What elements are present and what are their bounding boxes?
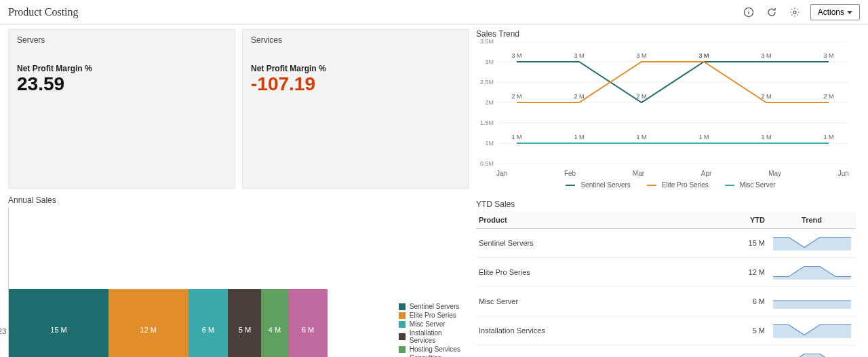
refresh-icon[interactable]	[764, 5, 779, 20]
sales-trend-section: Sales Trend 0.5M1M1.5M2M2.5M3M3.5M 3 M3 …	[476, 29, 860, 189]
actions-button[interactable]: Actions	[810, 4, 860, 20]
legend-item[interactable]: Misc Server	[399, 320, 469, 328]
svg-text:2 M: 2 M	[636, 93, 646, 100]
bar-segment[interactable]: 6 M	[189, 289, 229, 357]
svg-point-2	[748, 10, 749, 10]
svg-point-3	[793, 11, 796, 14]
svg-text:2 M: 2 M	[823, 93, 833, 100]
svg-text:3 M: 3 M	[761, 52, 771, 59]
table-row[interactable]: Installation Services5 M	[476, 316, 856, 345]
x-tick: May	[768, 170, 781, 177]
kpi-metric-label: Net Profit Margin %	[17, 64, 226, 73]
sales-trend-chart[interactable]: 0.5M1M1.5M2M2.5M3M3.5M 3 M3 M2 M3 M3 M3 …	[476, 41, 856, 177]
col-ytd[interactable]: YTD	[720, 212, 768, 229]
y-tick: 3M	[485, 58, 494, 65]
gear-icon[interactable]	[787, 5, 802, 20]
cell-trend	[768, 287, 856, 316]
sparkline	[773, 263, 851, 280]
bar-segment[interactable]: 15 M	[9, 289, 108, 357]
x-tick: Feb	[564, 170, 576, 177]
trend-legend: Sentinel ServersElite Pro SeriesMisc Ser…	[476, 181, 860, 189]
y-tick: 1M	[485, 140, 494, 147]
legend-item[interactable]: Consulting Services	[399, 354, 469, 357]
y-axis-category: FY23	[0, 327, 6, 335]
cell-product: Misc Server	[476, 287, 720, 316]
col-product[interactable]: Product	[476, 212, 720, 229]
svg-text:1 M: 1 M	[761, 134, 771, 140]
kpi-row: Servers Net Profit Margin % 23.59 Servic…	[8, 29, 469, 189]
bar-segment[interactable]: 5 M	[228, 289, 261, 357]
section-title: YTD Sales	[476, 200, 860, 209]
legend-item[interactable]: Elite Pro Series	[642, 181, 709, 189]
bar-segment[interactable]: 6 M	[288, 289, 328, 357]
cell-product: Sentinel Servers	[476, 229, 720, 258]
sparkline	[773, 351, 851, 357]
cell-trend	[768, 316, 856, 345]
legend-item[interactable]: Installation Services	[399, 329, 469, 344]
page-header: Product Costing Actions	[0, 0, 868, 25]
section-title: Sales Trend	[476, 29, 860, 39]
bar-segment[interactable]: 4 M	[261, 289, 288, 357]
cell-trend	[768, 345, 856, 358]
table-row[interactable]: Elite Pro Series12 M	[476, 258, 856, 287]
kpi-card-services[interactable]: Services Net Profit Margin % -107.19	[242, 29, 469, 189]
svg-text:1 M: 1 M	[511, 134, 521, 140]
kpi-title: Services	[251, 35, 460, 45]
legend-item[interactable]: Hosting Services	[399, 345, 469, 353]
y-tick: 3.5M	[480, 38, 494, 45]
cell-product: Elite Pro Series	[476, 258, 720, 287]
kpi-metric-value: -107.19	[251, 73, 460, 95]
y-tick: 2M	[485, 99, 494, 106]
x-tick: Mar	[633, 170, 644, 177]
cell-ytd: 5 M	[720, 316, 768, 345]
cell-ytd: 4 M	[720, 345, 768, 358]
table-row[interactable]: Hosting Services4 M	[476, 345, 856, 358]
table-row[interactable]: Misc Server6 M	[476, 287, 856, 316]
svg-text:3 M: 3 M	[636, 52, 646, 59]
trend-y-axis: 0.5M1M1.5M2M2.5M3M3.5M	[476, 41, 496, 164]
svg-text:3 M: 3 M	[574, 52, 584, 59]
section-title: Annual Sales	[8, 195, 469, 205]
chevron-down-icon	[847, 11, 852, 14]
legend-item[interactable]: Misc Server	[719, 181, 776, 189]
table-row[interactable]: Sentinel Servers15 M	[476, 229, 856, 258]
kpi-metric-label: Net Profit Margin %	[251, 64, 460, 73]
svg-text:3 M: 3 M	[511, 52, 521, 59]
sparkline	[773, 322, 851, 338]
annual-sales-section: Annual Sales FY23 15 M12 M6 M5 M4 M6 M 0…	[8, 195, 469, 357]
x-tick: Apr	[701, 170, 712, 177]
legend-item[interactable]: Sentinel Servers	[399, 303, 469, 310]
cell-ytd: 6 M	[720, 287, 768, 316]
page-title: Product Costing	[8, 6, 79, 18]
col-trend[interactable]: Trend	[768, 212, 856, 229]
svg-text:2 M: 2 M	[511, 93, 521, 100]
ytd-table: Product YTD Trend Sentinel Servers15 MEl…	[476, 212, 856, 357]
trend-plot[interactable]: 3 M3 M2 M3 M3 M3 M2 M2 M3 M3 M2 M2 M1 M1…	[496, 41, 849, 164]
svg-text:1 M: 1 M	[823, 134, 833, 140]
ytd-sales-section: YTD Sales Product YTD Trend Sentinel Ser…	[476, 200, 860, 357]
bar-segment[interactable]: 12 M	[108, 289, 189, 357]
kpi-title: Servers	[17, 35, 226, 45]
x-tick: Jan	[496, 170, 507, 177]
y-tick: 0.5M	[480, 160, 494, 167]
annual-sales-legend: Sentinel ServersElite Pro SeriesMisc Ser…	[372, 208, 469, 357]
cell-product: Installation Services	[476, 316, 720, 345]
kpi-card-servers[interactable]: Servers Net Profit Margin % 23.59	[8, 29, 235, 189]
svg-text:1 M: 1 M	[574, 134, 584, 140]
stacked-bar[interactable]: 15 M12 M6 M5 M4 M6 M	[9, 289, 341, 357]
actions-button-label: Actions	[818, 7, 844, 17]
x-tick: Jun	[838, 170, 849, 177]
cell-trend	[768, 258, 856, 287]
annual-sales-chart[interactable]: FY23 15 M12 M6 M5 M4 M6 M 010M20M30M40M5…	[8, 208, 372, 357]
info-icon[interactable]	[741, 5, 756, 20]
y-tick: 1.5M	[480, 119, 494, 126]
kpi-metric-value: 23.59	[17, 73, 226, 95]
svg-text:3 M: 3 M	[823, 52, 833, 59]
svg-text:1 M: 1 M	[698, 134, 709, 140]
legend-item[interactable]: Elite Pro Series	[399, 312, 469, 319]
sparkline	[773, 293, 851, 309]
cell-product: Hosting Services	[476, 345, 720, 358]
legend-item[interactable]: Sentinel Servers	[560, 181, 630, 189]
trend-x-axis: JanFebMarAprMayJun	[496, 170, 849, 177]
svg-text:1 M: 1 M	[636, 134, 646, 140]
